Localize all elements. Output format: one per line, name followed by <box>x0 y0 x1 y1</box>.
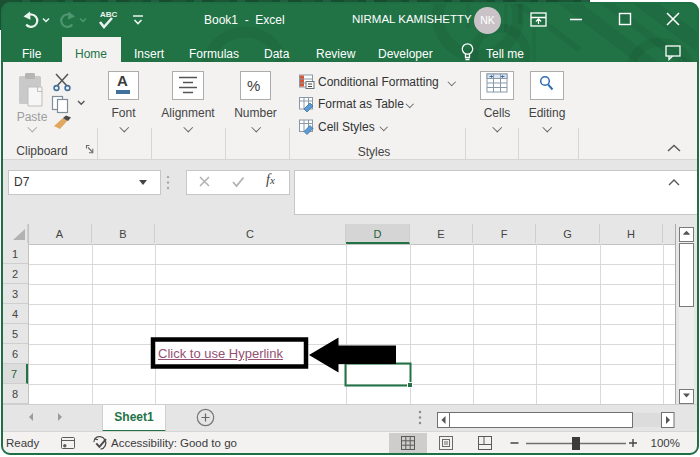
svg-text:A: A <box>117 72 128 89</box>
svg-text:%: % <box>247 77 260 94</box>
svg-text:ABC: ABC <box>100 10 118 19</box>
